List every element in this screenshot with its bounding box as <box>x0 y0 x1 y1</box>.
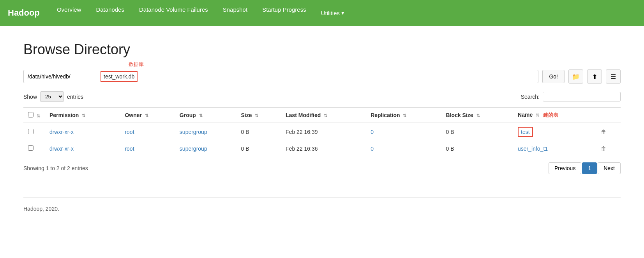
list-icon: ☰ <box>610 73 616 80</box>
search-input[interactable] <box>543 92 621 101</box>
sort-lastmod-icon: ⇅ <box>324 113 327 118</box>
navbar-brand[interactable]: Hadoop <box>8 8 40 18</box>
path-input-suffix[interactable] <box>138 70 538 83</box>
row1-last-modified: Feb 22 16:39 <box>281 123 366 141</box>
path-bar: 数据库 test_work.db Go! 📁 ⬆ ☰ <box>23 69 621 84</box>
row1-permission-link[interactable]: drwxr-xr-x <box>49 129 74 135</box>
search-box: Search: <box>521 92 621 101</box>
th-group: Group ⇅ <box>175 108 236 123</box>
row1-delete-cell: 🗑 <box>596 123 621 141</box>
row2-replication: 0 <box>366 141 441 156</box>
navbar: Hadoop Overview Datanodes Datanode Volum… <box>0 0 644 26</box>
delete-icon: 🗑 <box>601 129 606 135</box>
page-1-button[interactable]: 1 <box>582 162 597 174</box>
row1-block-size: 0 B <box>441 123 513 141</box>
table-row: drwxr-xr-x root supergroup 0 B Feb 22 16… <box>23 123 621 141</box>
row2-group-link[interactable]: supergroup <box>180 146 207 152</box>
nav-datanode-volume-failures[interactable]: Datanode Volume Failures <box>134 3 213 16</box>
table-row: drwxr-xr-x root supergroup 0 B Feb 22 16… <box>23 141 621 156</box>
table-controls: Show 10 25 50 100 entries Search: <box>23 91 621 102</box>
row2-size: 0 B <box>236 141 281 156</box>
row1-name-link[interactable]: test <box>518 127 533 137</box>
entries-select[interactable]: 10 25 50 100 <box>40 91 64 102</box>
row2-delete-cell: 🗑 <box>596 141 621 156</box>
previous-button[interactable]: Previous <box>549 162 581 174</box>
upload-icon: ⬆ <box>592 73 597 80</box>
sort-permission-icon: ⇅ <box>82 113 85 118</box>
row1-replication: 0 <box>366 123 441 141</box>
sort-group-icon: ⇅ <box>199 113 203 118</box>
row2-checkbox[interactable] <box>28 145 34 151</box>
row2-block-size: 0 B <box>441 141 513 156</box>
select-all-checkbox[interactable] <box>28 112 34 117</box>
path-input-wrapper: test_work.db <box>23 70 538 83</box>
row1-size: 0 B <box>236 123 281 141</box>
row2-group: supergroup <box>175 141 236 156</box>
directory-table: ⇅ Permission ⇅ Owner ⇅ Group ⇅ Size ⇅ <box>23 107 621 156</box>
row1-replication-link[interactable]: 0 <box>371 129 374 135</box>
upload-icon-btn[interactable]: ⬆ <box>587 69 602 84</box>
footer: Hadoop, 2020. <box>23 198 621 212</box>
sort-icon: ⇅ <box>37 114 40 119</box>
th-name: Name ⇅ 建的表 <box>513 108 596 123</box>
nav-datanodes[interactable]: Datanodes <box>90 3 130 16</box>
sort-replication-icon: ⇅ <box>403 113 406 118</box>
folder-icon: 📁 <box>572 73 580 80</box>
nav-overview[interactable]: Overview <box>51 3 87 16</box>
main-content: Browse Directory 数据库 test_work.db Go! 📁 … <box>0 26 644 228</box>
navbar-nav: Overview Datanodes Datanode Volume Failu… <box>51 6 350 20</box>
next-button[interactable]: Next <box>598 162 621 174</box>
row1-owner-link[interactable]: root <box>125 129 134 135</box>
row2-permission: drwxr-xr-x <box>45 141 120 156</box>
row1-checkbox[interactable] <box>28 129 34 134</box>
path-input-prefix[interactable] <box>24 70 100 83</box>
name-annotation: 建的表 <box>543 112 558 118</box>
th-owner: Owner ⇅ <box>120 108 175 123</box>
search-label: Search: <box>521 94 540 100</box>
nav-snapshot[interactable]: Snapshot <box>217 3 253 16</box>
row1-checkbox-cell <box>23 123 45 141</box>
row2-permission-link[interactable]: drwxr-xr-x <box>49 146 74 152</box>
path-highlighted: test_work.db <box>101 71 138 82</box>
row1-group-link[interactable]: supergroup <box>180 129 207 135</box>
pagination-area: Showing 1 to 2 of 2 entries Previous 1 N… <box>23 162 621 174</box>
th-checkbox: ⇅ <box>23 108 45 123</box>
go-button[interactable]: Go! <box>542 70 565 83</box>
th-last-modified: Last Modified ⇅ <box>281 108 366 123</box>
row2-last-modified: Feb 22 16:36 <box>281 141 366 156</box>
chevron-down-icon: ▾ <box>341 9 344 16</box>
th-block-size: Block Size ⇅ <box>441 108 513 123</box>
sort-name-icon: ⇅ <box>536 113 539 118</box>
sort-owner-icon: ⇅ <box>145 113 148 118</box>
show-label: Show <box>23 94 37 100</box>
row2-checkbox-cell <box>23 141 45 156</box>
nav-utilities[interactable]: Utilities ▾ <box>316 6 350 20</box>
th-actions <box>596 108 621 123</box>
row2-name-link[interactable]: user_info_t1 <box>518 146 548 152</box>
list-icon-btn[interactable]: ☰ <box>606 69 621 84</box>
table-header-row: ⇅ Permission ⇅ Owner ⇅ Group ⇅ Size ⇅ <box>23 108 621 123</box>
pagination-info: Showing 1 to 2 of 2 entries <box>23 165 88 171</box>
sort-blocksize-icon: ⇅ <box>476 113 480 118</box>
row1-group: supergroup <box>175 123 236 141</box>
row1-permission: drwxr-xr-x <box>45 123 120 141</box>
row1-name: test <box>513 123 596 141</box>
row2-name: user_info_t1 <box>513 141 596 156</box>
row1-delete-button[interactable]: 🗑 <box>601 129 606 135</box>
entries-label: entries <box>67 94 83 100</box>
th-permission: Permission ⇅ <box>45 108 120 123</box>
th-size: Size ⇅ <box>236 108 281 123</box>
footer-text: Hadoop, 2020. <box>23 206 59 212</box>
path-annotation: 数据库 <box>129 61 144 68</box>
row2-owner: root <box>120 141 175 156</box>
row2-delete-button[interactable]: 🗑 <box>601 146 606 152</box>
folder-icon-btn[interactable]: 📁 <box>568 69 583 84</box>
row2-replication-link[interactable]: 0 <box>371 146 374 152</box>
th-replication: Replication ⇅ <box>366 108 441 123</box>
row2-owner-link[interactable]: root <box>125 146 134 152</box>
delete-icon: 🗑 <box>601 146 606 152</box>
sort-size-icon: ⇅ <box>255 113 258 118</box>
table-body: drwxr-xr-x root supergroup 0 B Feb 22 16… <box>23 123 621 156</box>
pagination-buttons: Previous 1 Next <box>549 162 621 174</box>
nav-startup-progress[interactable]: Startup Progress <box>257 3 312 16</box>
